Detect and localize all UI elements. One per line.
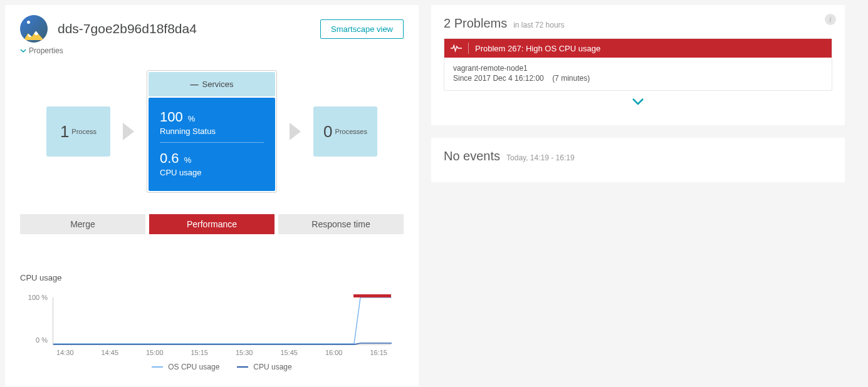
tab-performance[interactable]: Performance [149,214,275,234]
problem-since: Since 2017 Dec 4 16:12:00 [453,74,544,83]
pulse-icon [451,44,462,53]
chevron-down-icon [20,48,26,54]
properties-label: Properties [29,46,63,55]
arrow-right-icon [290,123,301,140]
chart-title: CPU usage [20,273,404,282]
info-icon[interactable]: i [825,14,836,25]
outgoing-count: 0 [323,122,332,142]
events-title: No events [444,149,500,163]
legend-os-cpu[interactable]: OS CPU usage [152,363,219,371]
separator [468,43,469,54]
outgoing-label: Processes [335,128,367,135]
properties-toggle[interactable]: Properties [20,46,404,58]
ytick-100: 100 % [20,294,48,301]
tab-merge[interactable]: Merge [20,214,145,234]
problems-subtitle: in last 72 hours [513,21,564,29]
stats-tile[interactable]: 100 % Running Status 0.6 % CPU usage [149,98,275,191]
arrow-right-icon [123,123,134,140]
stat-divider [160,142,264,143]
running-status-value: 100 [160,109,183,125]
incoming-count: 1 [60,122,69,142]
app-icon [20,15,48,43]
tab-response-time[interactable]: Response time [278,214,404,234]
cpu-usage-value: 0.6 [160,150,179,166]
chart-lines [53,297,392,345]
running-status-label: Running Status [160,126,264,136]
outgoing-process-tile[interactable]: 0 Processes [313,106,377,157]
problem-card: Problem 267: High OS CPU usage vagrant-r… [444,38,832,91]
services-label: Services [202,80,234,89]
legend-cpu[interactable]: CPU usage [237,363,291,371]
services-tile[interactable]: —Services [149,72,275,96]
problems-title: 2 Problems [444,16,507,31]
incoming-label: Process [71,128,97,135]
page-title: dds-7goe2b96d18f8da4 [58,21,197,36]
problem-header[interactable]: Problem 267: High OS CPU usage [444,39,832,58]
expand-problems-button[interactable] [444,91,832,114]
events-subtitle: Today, 14:19 - 16:19 [506,153,575,162]
incoming-process-tile[interactable]: 1 Process [46,106,110,157]
problem-duration: (7 minutes) [552,74,590,83]
chevron-down-icon [632,97,644,106]
minus-icon: — [191,80,199,89]
smartscape-view-button[interactable]: Smartscape view [320,19,404,39]
ytick-0: 0 % [20,336,48,344]
cpu-usage-label: CPU usage [160,168,264,177]
problem-host: vagrant-remote-node1 [453,64,823,73]
problem-title: Problem 267: High OS CPU usage [475,44,600,53]
cpu-usage-chart[interactable] [53,297,391,345]
xticks: 14:30 14:45 15:00 15:15 15:30 15:45 16:0… [53,349,391,356]
